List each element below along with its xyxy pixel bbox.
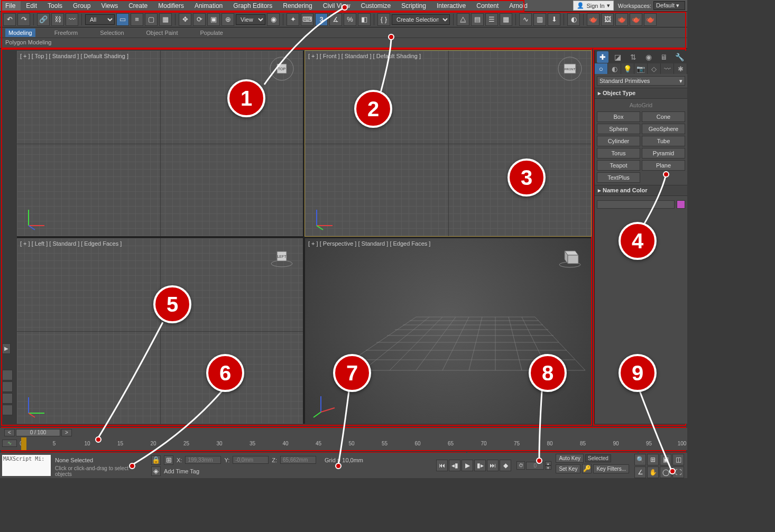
create-cone-button[interactable]: Cone (642, 111, 685, 122)
create-tab[interactable]: ✚ (597, 51, 608, 63)
create-teapot-button[interactable]: Teapot (597, 160, 640, 171)
menu-graph-editors[interactable]: Graph Editors (228, 0, 278, 11)
create-torus-button[interactable]: Torus (597, 148, 640, 158)
ribbon-tab-freeform[interactable]: Freeform (51, 29, 81, 37)
menu-scripting[interactable]: Scripting (396, 0, 431, 11)
viewcube-icon[interactable]: FRONT (557, 56, 583, 81)
sign-in-button[interactable]: 👤 Sign In ▾ (573, 1, 613, 11)
mirror-button[interactable]: ⧋ (457, 13, 469, 26)
menu-group[interactable]: Group (68, 0, 96, 11)
menu-create[interactable]: Create (123, 0, 153, 11)
add-time-tag[interactable]: Add Time Tag (164, 468, 199, 474)
render-activeview-button[interactable]: 🫖 (644, 13, 657, 26)
select-rotate-button[interactable]: ⟳ (193, 13, 206, 26)
rollout-object-type[interactable]: ▸ Object Type (595, 88, 687, 99)
select-manipulate-button[interactable]: ✦ (287, 13, 299, 26)
object-color-swatch[interactable] (677, 200, 685, 209)
menu-animation[interactable]: Animation (189, 0, 228, 11)
ref-coord-system[interactable]: View (236, 14, 265, 25)
spacewarps-subtab[interactable]: 〰 (661, 63, 674, 74)
use-pivot-center-button[interactable]: ◉ (267, 13, 280, 26)
y-coord-field[interactable]: -0,0mm (233, 456, 269, 464)
menu-interactive[interactable]: Interactive (431, 0, 471, 11)
rollout-name-color[interactable]: ▸ Name and Color (595, 185, 687, 196)
link-button[interactable]: 🔗 (37, 13, 50, 26)
render-production-button[interactable]: 🫖 (615, 13, 628, 26)
default-key-button[interactable]: 🔑 (582, 464, 592, 473)
create-pyramid-button[interactable]: Pyramid (642, 148, 685, 158)
next-frame-button[interactable]: ▮▸ (474, 460, 486, 471)
create-sphere-button[interactable]: Sphere (597, 124, 640, 134)
menu-customize[interactable]: Customize (356, 0, 396, 11)
z-coord-field[interactable]: 65,662mm (280, 456, 316, 464)
create-tube-button[interactable]: Tube (642, 136, 685, 146)
menu-rendering[interactable]: Rendering (278, 0, 317, 11)
cameras-subtab[interactable]: 📷 (634, 63, 648, 74)
shapes-subtab[interactable]: ◐ (608, 63, 621, 74)
material-editor-button[interactable]: ◐ (567, 13, 580, 26)
goto-start-button[interactable]: ⏮ (436, 460, 448, 471)
menu-views[interactable]: Views (96, 0, 123, 11)
object-name-field[interactable] (597, 200, 675, 209)
autogrid-checkbox[interactable]: AutoGrid (597, 101, 685, 111)
field-of-view-button[interactable]: ∠ (634, 466, 646, 478)
create-cylinder-button[interactable]: Cylinder (597, 136, 640, 146)
motion-tab[interactable]: ◉ (643, 51, 654, 63)
time-slider-handle[interactable]: 0 / 100 (16, 429, 60, 436)
menu-modifiers[interactable]: Modifiers (153, 0, 189, 11)
render-iterative-button[interactable]: 🫖 (630, 13, 642, 26)
key-mode-toggle[interactable]: ◆ (500, 460, 511, 471)
layout-preset-button[interactable] (2, 381, 13, 392)
previous-frame-button[interactable]: ◂▮ (449, 460, 460, 471)
viewcube-icon[interactable]: LEFT (269, 244, 294, 269)
ribbon-tab-populate[interactable]: Populate (197, 29, 226, 37)
percent-snap-button[interactable]: % (344, 13, 356, 26)
rendered-frame-button[interactable]: 🖼 (601, 13, 614, 26)
select-place-button[interactable]: ⊕ (222, 13, 234, 26)
align-button[interactable]: ▤ (471, 13, 484, 26)
layout-preset-button[interactable] (2, 393, 13, 404)
geometry-subtab[interactable]: ○ (595, 63, 608, 74)
ribbon-tab-modeling[interactable]: Modeling (5, 29, 35, 37)
create-textplus-button[interactable]: TextPlus (597, 172, 640, 183)
time-scroll-right[interactable]: > (61, 429, 72, 436)
create-box-button[interactable]: Box (597, 111, 640, 122)
create-geosphere-button[interactable]: GeoSphere (642, 124, 685, 134)
unlink-button[interactable]: ⛓ (51, 13, 64, 26)
undo-button[interactable]: ↶ (3, 13, 16, 26)
spinner-snap-button[interactable]: ◧ (358, 13, 371, 26)
snap-toggle-button[interactable]: 3 (315, 13, 328, 26)
play-button[interactable]: ▶ (462, 460, 473, 471)
curve-editor-button[interactable]: ∿ (519, 13, 532, 26)
viewport-perspective[interactable]: [ + ] [ Perspective ] [ Standard ] [ Edg… (305, 238, 591, 424)
maxscript-listener[interactable]: MAXScript Mi: (2, 455, 51, 476)
menu-content[interactable]: Content (471, 0, 504, 11)
utilities-tab[interactable]: 🔧 (673, 51, 685, 63)
workspaces-selector[interactable]: Default ▾ (653, 1, 685, 10)
menu-file[interactable]: File (0, 0, 21, 11)
track-bar[interactable]: ∿ 05101520253035404550556065707580859095… (0, 437, 687, 450)
coord-display-toggle[interactable]: ⊞ (164, 455, 173, 465)
selection-filter[interactable]: All (85, 14, 115, 25)
angle-snap-button[interactable]: ∡ (329, 13, 342, 26)
viewcube-icon[interactable]: TOP (269, 56, 294, 81)
render-setup-button[interactable]: 🫖 (587, 13, 599, 26)
menu-arnold[interactable]: Arnold (504, 0, 533, 11)
pan-button[interactable]: ✋ (647, 466, 659, 478)
zoom-extents-all-button[interactable]: ◫ (672, 454, 684, 465)
menu-civil-view[interactable]: Civil View (318, 0, 356, 11)
select-scale-button[interactable]: ▣ (207, 13, 220, 26)
hierarchy-tab[interactable]: ⇅ (628, 51, 639, 63)
window-crossing-button[interactable]: ▦ (159, 13, 172, 26)
redo-button[interactable]: ↷ (17, 13, 30, 26)
helpers-subtab[interactable]: ◇ (648, 63, 661, 74)
time-scroll-left[interactable]: < (4, 429, 15, 436)
x-coord-field[interactable]: 199,33mm (185, 456, 221, 464)
set-key-button[interactable]: Set Key (556, 464, 580, 473)
frame-spinner-down[interactable]: ▾ (545, 465, 551, 470)
zoom-button[interactable]: 🔍 (634, 454, 646, 465)
layout-preset-button[interactable] (2, 405, 13, 415)
auto-key-button[interactable]: Auto Key (556, 454, 584, 463)
zoom-all-button[interactable]: ⊞ (647, 454, 659, 465)
viewport-top[interactable]: [ + ] [ Top ] [ Standard ] [ Default Sha… (17, 51, 303, 236)
